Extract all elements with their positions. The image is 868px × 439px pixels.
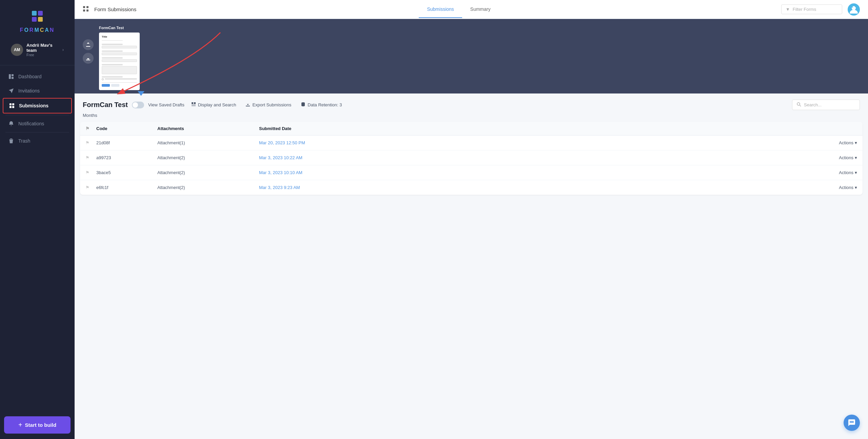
- chevron-down-icon: ▾: [855, 170, 857, 175]
- upload-button[interactable]: [83, 39, 94, 50]
- user-avatar[interactable]: [848, 3, 860, 16]
- th-flag: ⚑: [85, 126, 96, 131]
- svg-point-17: [855, 5, 857, 7]
- svg-rect-4: [9, 74, 11, 79]
- td-code: 3bace5: [96, 170, 157, 175]
- td-attachments: Attachment(1): [157, 140, 259, 145]
- form-dropdown-arrow[interactable]: [138, 91, 144, 96]
- sidebar-item-label: Submissions: [19, 103, 48, 108]
- team-selector[interactable]: AM Andrii Mav's team Free ›: [4, 39, 71, 61]
- svg-rect-21: [192, 105, 196, 105]
- actions-button[interactable]: Actions ▾: [816, 170, 857, 175]
- label-line: [102, 44, 123, 45]
- svg-rect-8: [12, 103, 14, 105]
- input-line: [102, 46, 137, 48]
- export-submissions-button[interactable]: Export Submissions: [243, 101, 294, 109]
- tab-summary[interactable]: Summary: [462, 1, 499, 18]
- svg-line-25: [800, 105, 801, 107]
- chevron-down-icon: ▾: [855, 140, 857, 145]
- download-button[interactable]: [83, 53, 94, 64]
- svg-rect-12: [86, 6, 88, 8]
- table-row: ⚑ a99723 Attachment(2) Mar 3, 2023 10:22…: [80, 150, 863, 165]
- label-line: [102, 64, 123, 65]
- trash-icon: [8, 138, 14, 144]
- form-preview-card[interactable]: Title: [99, 33, 140, 90]
- form-preview-name: FormCan Test: [99, 26, 140, 30]
- actions-button[interactable]: Actions ▾: [816, 140, 857, 145]
- form-buttons: [102, 84, 137, 87]
- form-group: [102, 50, 137, 55]
- logo-text: FORMCAN: [20, 27, 55, 33]
- th-attachments: Attachments: [157, 126, 259, 131]
- svg-rect-14: [86, 9, 88, 12]
- actions-button[interactable]: Actions ▾: [816, 155, 857, 160]
- td-attachments: Attachment(2): [157, 185, 259, 190]
- td-code: 21d08f: [96, 140, 157, 145]
- plus-icon: +: [18, 421, 22, 429]
- bell-icon: [8, 121, 14, 127]
- svg-rect-13: [83, 9, 85, 12]
- search-input[interactable]: Search...: [792, 100, 860, 110]
- sidebar-item-notifications[interactable]: Notifications: [0, 117, 75, 131]
- sidebar-item-label: Dashboard: [18, 74, 42, 79]
- td-code: a99723: [96, 155, 157, 160]
- sidebar: FORMCAN AM Andrii Mav's team Free › Dash…: [0, 0, 75, 439]
- data-retention-button[interactable]: Data Retention: 3: [298, 101, 344, 109]
- divider: [0, 65, 75, 65]
- search-placeholder: Search...: [804, 102, 822, 107]
- label-line: [102, 50, 123, 52]
- sidebar-nav: Dashboard Invitations Submissions: [0, 67, 75, 411]
- table-row: ⚑ 3bace5 Attachment(2) Mar 3, 2023 10:10…: [80, 165, 863, 180]
- svg-point-24: [797, 103, 800, 105]
- formcan-logo-icon: [29, 8, 45, 24]
- sidebar-item-label: Notifications: [18, 121, 44, 126]
- submit-btn-preview: [102, 84, 110, 87]
- divider: [5, 115, 69, 115]
- chevron-right-icon: ›: [62, 47, 64, 52]
- table-row: ⚑ 21d08f Attachment(1) Mar 20, 2023 12:5…: [80, 135, 863, 150]
- apps-grid-icon: [83, 6, 89, 13]
- submissions-title: FormCan Test: [83, 101, 128, 109]
- send-icon: [8, 88, 14, 94]
- flag-icon: ⚑: [85, 155, 90, 160]
- submissions-header: FormCan Test View Saved Drafts Display a…: [75, 93, 868, 113]
- radio: [102, 78, 104, 80]
- svg-rect-9: [9, 106, 12, 108]
- months-label: Months: [75, 113, 868, 122]
- sidebar-item-submissions[interactable]: Submissions: [3, 98, 72, 113]
- sidebar-item-dashboard[interactable]: Dashboard: [0, 69, 75, 84]
- sidebar-item-label: Invitations: [18, 88, 40, 93]
- start-to-build-button[interactable]: + Start to build: [4, 416, 71, 434]
- form-group: [102, 57, 137, 62]
- main-content: Form Submissions Submissions Summary ▼ F…: [75, 0, 868, 439]
- td-code: e6fc1f: [96, 185, 157, 190]
- svg-rect-10: [12, 106, 14, 108]
- input-line: [102, 59, 137, 62]
- td-flag: ⚑: [85, 170, 96, 175]
- topbar: Form Submissions Submissions Summary ▼ F…: [75, 0, 868, 19]
- td-attachments: Attachment(2): [157, 170, 259, 175]
- form-line: [102, 82, 137, 83]
- actions-button[interactable]: Actions ▾: [816, 185, 857, 190]
- view-saved-drafts-toggle[interactable]: [132, 102, 144, 108]
- form-inner-title: Title: [102, 35, 137, 38]
- divider: [5, 132, 69, 132]
- display-search-button[interactable]: Display and Search: [189, 101, 239, 109]
- flag-icon: ⚑: [85, 170, 90, 175]
- td-flag: ⚑: [85, 155, 96, 160]
- svg-rect-6: [12, 77, 14, 79]
- page-title: Form Submissions: [94, 6, 136, 12]
- sidebar-item-invitations[interactable]: Invitations: [0, 84, 75, 98]
- textarea-line: [102, 66, 137, 74]
- td-flag: ⚑: [85, 140, 96, 145]
- chat-support-button[interactable]: [844, 415, 860, 431]
- filter-forms-input[interactable]: ▼ Filter Forms: [781, 4, 842, 14]
- td-date: Mar 3, 2023 10:10 AM: [259, 170, 816, 175]
- flag-icon: ⚑: [85, 140, 90, 145]
- tab-submissions[interactable]: Submissions: [419, 1, 462, 18]
- sidebar-item-label: Trash: [18, 138, 30, 144]
- svg-rect-16: [852, 7, 853, 7]
- th-date: Submitted Date: [259, 126, 816, 131]
- sidebar-item-trash[interactable]: Trash: [0, 134, 75, 148]
- form-line: [102, 40, 123, 41]
